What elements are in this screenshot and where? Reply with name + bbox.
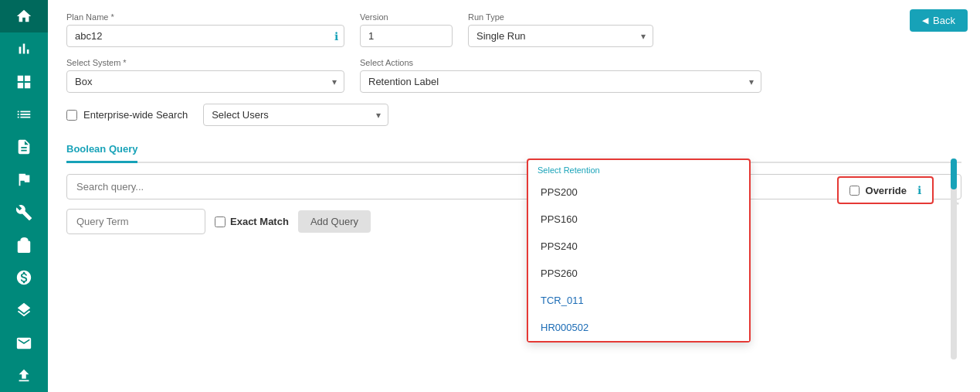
override-box: Override ℹ bbox=[837, 176, 934, 204]
select-actions-label: Select Actions bbox=[360, 58, 761, 67]
retention-option-pps260[interactable]: PPS260 bbox=[528, 260, 749, 287]
exact-match-label[interactable]: Exact Match bbox=[215, 216, 289, 227]
sidebar-item-grid[interactable] bbox=[0, 66, 48, 98]
override-checkbox[interactable] bbox=[849, 186, 860, 196]
scroll-thumb[interactable] bbox=[951, 159, 957, 189]
retention-option-pps160[interactable]: PPS160 bbox=[528, 206, 749, 233]
sidebar-item-upload[interactable] bbox=[0, 360, 48, 392]
version-input[interactable] bbox=[360, 25, 453, 47]
sidebar-item-doc[interactable] bbox=[0, 131, 48, 163]
override-label: Override bbox=[866, 185, 907, 196]
select-actions-group: Select Actions Retention Label bbox=[360, 58, 761, 93]
query-term-input[interactable] bbox=[66, 209, 205, 234]
sidebar-item-list[interactable] bbox=[0, 98, 48, 131]
form-row-2: Select System * Box Select Actions Reten… bbox=[66, 58, 961, 93]
main-content: Back Plan Name * ℹ Version Run Type Sing… bbox=[48, 0, 980, 392]
sidebar-item-home[interactable] bbox=[0, 0, 48, 32]
enterprise-search-label[interactable]: Enterprise-wide Search bbox=[66, 109, 188, 121]
plan-name-label: Plan Name * bbox=[66, 12, 344, 22]
sidebar-item-tool[interactable] bbox=[0, 196, 48, 229]
retention-option-hr000502[interactable]: HR000502 bbox=[528, 314, 749, 341]
select-retention-label: Select Retention bbox=[528, 159, 749, 178]
add-query-button[interactable]: Add Query bbox=[298, 210, 371, 233]
retention-option-pps240[interactable]: PPS240 bbox=[528, 233, 749, 260]
search-query-wrapper: ⤡ bbox=[66, 174, 961, 209]
query-term-row: Exact Match Add Query bbox=[66, 209, 961, 234]
select-actions-wrapper: Retention Label bbox=[360, 70, 761, 93]
select-actions-select[interactable]: Retention Label bbox=[360, 70, 761, 93]
tab-boolean-query[interactable]: Boolean Query bbox=[66, 137, 137, 163]
plan-name-input[interactable] bbox=[66, 25, 344, 47]
select-system-group: Select System * Box bbox=[66, 58, 344, 93]
override-info-icon[interactable]: ℹ bbox=[917, 184, 921, 196]
select-system-label: Select System * bbox=[66, 58, 344, 67]
retention-option-tcr011[interactable]: TCR_011 bbox=[528, 287, 749, 314]
select-users-select[interactable]: Select Users bbox=[203, 104, 388, 126]
retention-option-pps200[interactable]: PPS200 bbox=[528, 179, 749, 206]
select-system-wrapper: Box bbox=[66, 70, 344, 93]
sidebar-item-archive[interactable] bbox=[0, 229, 48, 261]
back-button[interactable]: Back bbox=[910, 9, 968, 32]
checkbox-row: Enterprise-wide Search Select Users bbox=[66, 104, 961, 126]
run-type-label: Run Type bbox=[468, 12, 653, 22]
plan-name-input-wrapper: ℹ bbox=[66, 25, 344, 47]
sidebar-item-settings[interactable] bbox=[0, 261, 48, 294]
select-retention-dropdown[interactable]: Select Retention PPS200 PPS160 PPS240 PP… bbox=[527, 159, 751, 343]
tabs: Boolean Query bbox=[66, 137, 961, 163]
run-type-select-wrapper: Single Run Multiple Run bbox=[468, 25, 653, 47]
exact-match-checkbox[interactable] bbox=[215, 216, 226, 227]
enterprise-search-checkbox[interactable] bbox=[66, 110, 77, 121]
sidebar-item-mail[interactable] bbox=[0, 327, 48, 360]
search-query-input[interactable] bbox=[66, 174, 961, 199]
form-row-1: Plan Name * ℹ Version Run Type Single Ru… bbox=[66, 12, 961, 47]
run-type-select[interactable]: Single Run Multiple Run bbox=[468, 25, 653, 47]
select-system-select[interactable]: Box bbox=[66, 70, 344, 93]
run-type-group: Run Type Single Run Multiple Run bbox=[468, 12, 653, 47]
sidebar bbox=[0, 0, 48, 392]
plan-name-info-icon[interactable]: ℹ bbox=[334, 30, 338, 43]
sidebar-item-flag[interactable] bbox=[0, 163, 48, 196]
scrollbar[interactable] bbox=[951, 159, 957, 360]
version-group: Version bbox=[360, 12, 453, 47]
sidebar-item-chart[interactable] bbox=[0, 32, 48, 65]
select-users-wrapper: Select Users bbox=[203, 104, 388, 126]
sidebar-item-layers[interactable] bbox=[0, 294, 48, 326]
plan-name-group: Plan Name * ℹ bbox=[66, 12, 344, 47]
version-label: Version bbox=[360, 12, 453, 22]
